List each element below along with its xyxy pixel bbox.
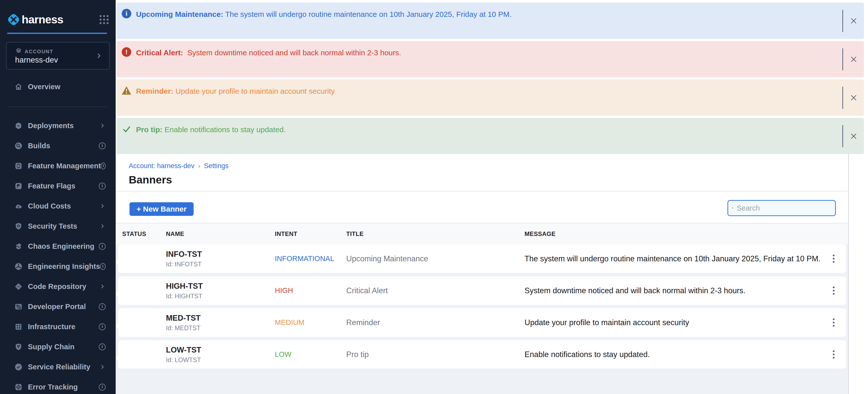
- sidebar-item-deployments[interactable]: ∞ Deployments: [0, 116, 116, 136]
- info-icon[interactable]: i: [99, 142, 105, 149]
- error-tracking-icon: [14, 383, 22, 391]
- home-icon: [14, 83, 22, 91]
- breadcrumb-account-link[interactable]: Account: harness-dev: [129, 162, 194, 170]
- chevron-right-icon: [99, 283, 105, 290]
- feature-flags-icon: [14, 182, 22, 190]
- harness-logo-icon: [7, 13, 20, 26]
- engineering-insights-icon: [14, 263, 22, 270]
- column-header-title: TITLE: [346, 230, 525, 237]
- search-box[interactable]: [727, 200, 836, 216]
- banner-id: Id: INFOTST: [166, 261, 275, 268]
- table-row[interactable]: HIGH-TSTId: HIGHTST HIGH Critical Alert …: [118, 276, 846, 305]
- banner-text: Critical Alert: System downtime noticed …: [136, 48, 401, 57]
- code-repository-icon: </>: [14, 283, 22, 291]
- sidebar-item-feature-management[interactable]: Feature Management i: [0, 156, 116, 176]
- logo-row: harness: [7, 12, 108, 27]
- banner-title: Upcoming Maintenance: [346, 254, 525, 263]
- breadcrumb: Account: harness-dev › Settings: [129, 162, 228, 170]
- sidebar-nav: ∞ Deployments Builds i Feature Managemen…: [0, 116, 116, 394]
- info-icon[interactable]: i: [100, 263, 105, 270]
- banner-text: Reminder: Update your profile to maintai…: [136, 87, 335, 96]
- banner-message: Enable notifications to stay updated.: [525, 350, 821, 359]
- check-icon: [121, 124, 131, 134]
- apps-grid-icon[interactable]: [100, 15, 108, 24]
- banner-divider: [842, 125, 843, 147]
- security-tests-icon: [14, 222, 22, 230]
- info-icon[interactable]: i: [99, 323, 105, 330]
- info-icon[interactable]: i: [99, 303, 105, 310]
- search-icon: [732, 204, 734, 212]
- sidebar-item-engineering-insights[interactable]: Engineering Insights i: [0, 256, 116, 276]
- banner-text: Upcoming Maintenance: The system will un…: [136, 10, 512, 19]
- sidebar-item-supply-chain[interactable]: Supply Chain i: [0, 337, 116, 357]
- info-icon[interactable]: i: [99, 183, 105, 190]
- table-row[interactable]: MED-TSTId: MEDTST MEDIUM Reminder Update…: [118, 308, 846, 337]
- column-header-intent: INTENT: [275, 230, 346, 237]
- sidebar-item-overview[interactable]: Overview: [0, 77, 116, 96]
- sidebar-item-builds[interactable]: Builds i: [0, 136, 116, 156]
- banner-message: The system will undergo routine maintena…: [525, 254, 821, 263]
- service-reliability-icon: [14, 363, 22, 371]
- sidebar-item-developer-portal[interactable]: Developer Portal i: [0, 296, 116, 317]
- chevron-right-icon: [99, 203, 105, 209]
- sidebar-accent-rule: [7, 33, 107, 34]
- info-circle-icon: i: [121, 8, 131, 19]
- sidebar-item-cloud-costs[interactable]: $ Cloud Costs: [0, 196, 116, 216]
- column-header-status: STATUS: [122, 230, 166, 237]
- intent-badge: MEDIUM: [275, 318, 346, 327]
- chevron-right-icon: [99, 122, 105, 129]
- sidebar-item-service-reliability[interactable]: Service Reliability: [0, 357, 116, 377]
- banner-name: MED-TST: [166, 314, 275, 323]
- svg-text:∞: ∞: [17, 124, 20, 128]
- sidebar-item-code-repository[interactable]: </> Code Repository: [0, 276, 116, 296]
- banner-critical: ! Critical Alert: System downtime notice…: [117, 41, 864, 77]
- banner-id: Id: HIGHTST: [166, 293, 275, 300]
- kebab-menu-icon[interactable]: [833, 350, 835, 359]
- table-row[interactable]: LOW-TSTId: LOWTST LOW Pro tip Enable not…: [118, 340, 846, 369]
- info-icon[interactable]: i: [99, 384, 105, 391]
- banner-message: Update your profile to maintain account …: [525, 318, 821, 327]
- account-name: harness-dev: [15, 56, 58, 65]
- banner-id: Id: LOWTST: [166, 356, 275, 364]
- banner-success: Pro tip: Enable notifications to stay up…: [117, 118, 864, 154]
- info-icon[interactable]: i: [101, 163, 105, 169]
- kebab-menu-icon[interactable]: [833, 255, 835, 263]
- scrollbar-track[interactable]: [848, 154, 849, 394]
- account-selector[interactable]: ACCOUNT harness-dev: [6, 42, 110, 70]
- chevron-right-icon: [99, 364, 105, 370]
- account-label: ACCOUNT: [25, 49, 53, 55]
- info-icon[interactable]: i: [99, 243, 105, 250]
- table-header-row: STATUS NAME INTENT TITLE MESSAGE: [116, 223, 848, 244]
- sidebar-item-infrastructure[interactable]: Infrastructure i: [0, 317, 116, 337]
- table-row[interactable]: INFO-TSTId: INFOTST INFORMATIONAL Upcomi…: [118, 244, 846, 273]
- sidebar-item-feature-flags[interactable]: Feature Flags i: [0, 176, 116, 196]
- banner-title: Pro tip: [346, 350, 525, 359]
- sidebar: harness ACCOUNT harness-dev Overview: [0, 0, 116, 394]
- supply-chain-icon: [14, 343, 22, 351]
- kebab-menu-icon[interactable]: [833, 287, 835, 295]
- sidebar-item-label: Overview: [28, 83, 60, 91]
- close-icon[interactable]: [849, 17, 858, 25]
- chevron-right-icon: [99, 223, 105, 229]
- banner-name: INFO-TST: [166, 250, 275, 259]
- search-input[interactable]: [737, 204, 832, 212]
- banner-name: HIGH-TST: [166, 282, 275, 291]
- developer-portal-icon: [14, 303, 22, 310]
- layers-icon: [15, 47, 22, 56]
- info-icon[interactable]: i: [99, 343, 105, 350]
- kebab-menu-icon[interactable]: [833, 318, 835, 327]
- close-icon[interactable]: [849, 132, 858, 140]
- banner-informational: i Upcoming Maintenance: The system will …: [117, 2, 864, 39]
- chaos-engineering-icon: [14, 242, 22, 250]
- breadcrumb-settings-link[interactable]: Settings: [204, 162, 228, 170]
- new-banner-button[interactable]: + New Banner: [129, 202, 194, 216]
- deployments-icon: ∞: [14, 122, 22, 130]
- close-icon[interactable]: [849, 94, 858, 102]
- sidebar-item-chaos-engineering[interactable]: Chaos Engineering i: [0, 236, 116, 256]
- banner-divider: [842, 10, 843, 32]
- feature-management-icon: [14, 162, 22, 170]
- banner-title: Reminder: [346, 318, 525, 327]
- sidebar-item-error-tracking[interactable]: Error Tracking i: [0, 377, 116, 394]
- sidebar-item-security-tests[interactable]: Security Tests: [0, 216, 116, 236]
- close-icon[interactable]: [849, 55, 858, 64]
